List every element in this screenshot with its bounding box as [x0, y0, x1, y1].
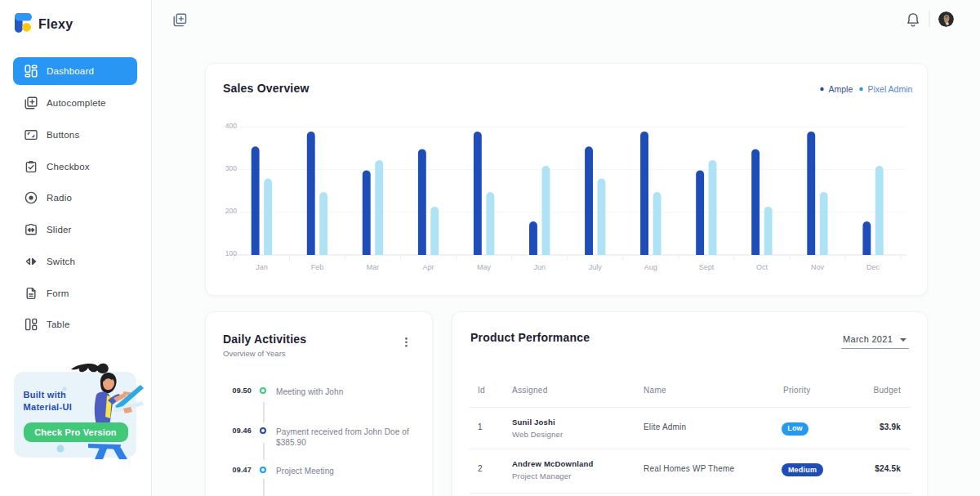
svg-text:200: 200: [225, 207, 237, 215]
svg-text:Feb: Feb: [311, 263, 324, 271]
svg-text:Nov: Nov: [811, 263, 825, 271]
svg-text:Aug: Aug: [644, 263, 657, 271]
svg-text:Jun: Jun: [533, 263, 546, 271]
svg-text:300: 300: [225, 164, 237, 172]
svg-text:Pixel Admin: Pixel Admin: [868, 84, 913, 94]
svg-text:400: 400: [225, 122, 237, 130]
svg-text:Dec: Dec: [866, 263, 880, 271]
svg-text:Oct: Oct: [756, 263, 768, 271]
svg-text:Sept: Sept: [699, 263, 715, 271]
svg-text:100: 100: [225, 249, 237, 257]
svg-text:May: May: [477, 263, 492, 271]
svg-text:Mar: Mar: [367, 263, 380, 271]
svg-text:Ample: Ample: [829, 84, 853, 94]
svg-text:July: July: [589, 263, 603, 271]
svg-text:Jan: Jan: [256, 263, 268, 271]
svg-text:Apr: Apr: [423, 263, 434, 271]
